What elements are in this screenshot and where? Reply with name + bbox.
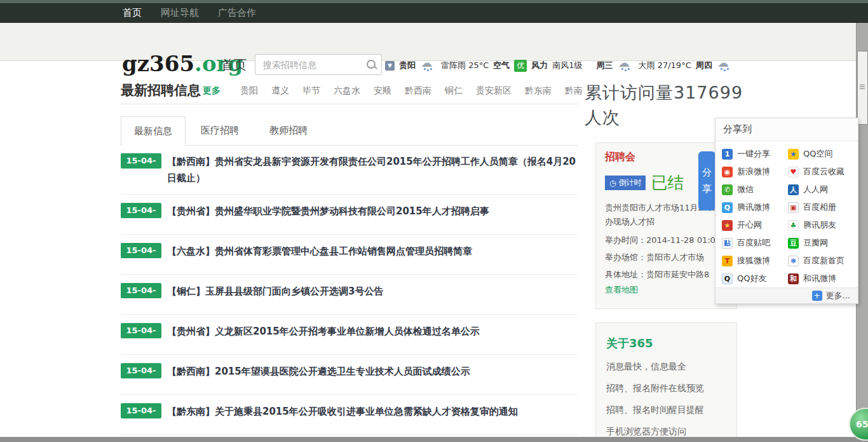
countdown-badge: ◷倒计时 xyxy=(605,176,646,190)
sohu-weibo-icon: T xyxy=(722,256,733,266)
job-date-badge: 15-04-02 xyxy=(121,323,161,338)
share-item-baidu-album[interactable]: ▣百度相册 xyxy=(788,198,854,216)
weather-city[interactable]: 贵阳 xyxy=(399,60,416,71)
wednesday-label: 周三 xyxy=(597,60,613,71)
city-link-5[interactable]: 黔西南 xyxy=(405,85,431,97)
share-item-label: QQ好友 xyxy=(737,273,766,284)
site-header: gz365.org 首页 ▼ 贵阳 ☁ 雷阵雨 25°C 空气 优 风力 南风1… xyxy=(0,23,868,61)
job-title[interactable]: 【黔西南】贵州省安龙县新宇资源开发有限责任公司2015年公开招聘工作人员简章（报… xyxy=(167,153,578,186)
search-input[interactable] xyxy=(262,57,366,73)
city-link-1[interactable]: 遵义 xyxy=(271,85,289,97)
city-link-2[interactable]: 毕节 xyxy=(302,85,320,97)
kaixin-icon: ★ xyxy=(722,220,733,231)
share-item-label: 腾讯微博 xyxy=(737,202,770,213)
share-item-baidu-new-home[interactable]: ❋百度新首页 xyxy=(788,252,854,270)
share-button-char: 享 xyxy=(702,183,712,195)
job-list-item[interactable]: 15-04-02【黔西南】2015年望谟县医院公开遴选卫生专业技术人员面试成绩公… xyxy=(121,355,578,395)
city-link-3[interactable]: 六盘水 xyxy=(334,85,360,97)
section-title: 最新招聘信息 xyxy=(121,81,201,99)
logo-main: gz365 xyxy=(122,51,194,76)
fair-address: 具体地址：贵阳市延安中路8 xyxy=(605,269,728,280)
city-link-7[interactable]: 贵安新区 xyxy=(476,85,512,97)
city-link-0[interactable]: 贵阳 xyxy=(240,85,258,97)
share-panel: 分享到 1一键分享★QQ空间◉新浪微博♥百度云收藏✆微信人人人网Q腾讯微博▣百度… xyxy=(715,118,858,304)
weather-today: 雷阵雨 25°C xyxy=(441,60,489,71)
job-title[interactable]: 【贵州省】义龙新区2015年公开招考事业单位新增人员体检通过名单公示 xyxy=(167,323,480,340)
share-item-tencent-friends[interactable]: ♣腾讯朋友 xyxy=(788,216,854,234)
job-title[interactable]: 【六盘水】贵州省体育彩票管理中心盘县工作站销售网点管理员招聘简章 xyxy=(167,243,472,259)
about-line-2: 招聘、报名时间醒目提醒 xyxy=(606,404,726,416)
share-item-label: 微信 xyxy=(737,184,754,195)
share-item-label: 百度云收藏 xyxy=(803,166,844,177)
share-item-qq-friends[interactable]: QQQ好友 xyxy=(722,270,788,287)
baidu-new-home-icon: ❋ xyxy=(788,256,799,266)
tab-2[interactable]: 教师招聘 xyxy=(254,116,323,146)
tab-1[interactable]: 医疗招聘 xyxy=(186,116,254,146)
rain-cloud-icon: ☁ xyxy=(420,59,437,73)
city-link-8[interactable]: 黔东南 xyxy=(525,85,552,97)
tab-0[interactable]: 最新信息 xyxy=(121,116,186,146)
share-item-one-click-share[interactable]: 1一键分享 xyxy=(722,145,788,163)
city-link-9[interactable]: 黔南 xyxy=(565,85,583,97)
job-title[interactable]: 【黔西南】2015年望谟县医院公开遴选卫生专业技术人员面试成绩公示 xyxy=(167,363,470,380)
job-list-item[interactable]: 15-04-04【黔西南】贵州省安龙县新宇资源开发有限责任公司2015年公开招聘… xyxy=(121,145,578,195)
wednesday-forecast: 大雨 27/19°C xyxy=(639,60,691,71)
share-button-char: 分 xyxy=(702,167,712,179)
job-date-badge: 15-04-02 xyxy=(121,363,161,378)
one-click-share-icon: 1 xyxy=(722,149,733,160)
job-date-badge: 15-04-04 xyxy=(121,203,161,218)
share-item-wechat[interactable]: ✆微信 xyxy=(722,181,788,198)
share-item-label: 一键分享 xyxy=(737,148,770,160)
baidu-cloud-fav-icon: ♥ xyxy=(788,167,799,177)
sina-weibo-icon: ◉ xyxy=(722,167,733,177)
share-button[interactable]: 分享 xyxy=(698,151,715,211)
share-more-link[interactable]: 更多... xyxy=(826,290,850,301)
job-title[interactable]: 【铜仁】玉屏县县级部门面向乡镇公开选调3号公告 xyxy=(167,283,383,300)
share-item-label: 豆瓣网 xyxy=(803,237,828,249)
header-home-link[interactable]: 首页 xyxy=(221,57,247,74)
share-item-baidu-cloud-fav[interactable]: ♥百度云收藏 xyxy=(788,163,854,181)
page: 首页网址导航广告合作 gz365.org 首页 ▼ 贵阳 ☁ 雷阵雨 25°C … xyxy=(0,0,868,442)
view-map-link[interactable]: 查看地图 xyxy=(605,284,728,296)
city-links: 贵阳遵义毕节六盘水安顺黔西南铜仁贵安新区黔东南黔南 xyxy=(240,85,583,97)
fair-venue: 举办场馆：贵阳市人才市场 xyxy=(605,252,728,263)
job-list-item[interactable]: 15-04-04【贵州省】贵州盛华职业学院暨贵州梦动科技有限公司2015年人才招… xyxy=(121,195,578,235)
job-list-item[interactable]: 15-04-02【铜仁】玉屏县县级部门面向乡镇公开选调3号公告 xyxy=(121,275,578,315)
job-list-item[interactable]: 15-04-03【六盘水】贵州省体育彩票管理中心盘县工作站销售网点管理员招聘简章 xyxy=(121,235,578,275)
share-item-renren[interactable]: 人人人网 xyxy=(788,181,854,198)
nav-item-2[interactable]: 广告合作 xyxy=(218,3,256,23)
more-link[interactable]: 更多 xyxy=(203,85,220,97)
tencent-weibo-icon: Q xyxy=(722,202,733,213)
douban-icon: 豆 xyxy=(788,238,799,249)
scrollbar-thumb[interactable] xyxy=(857,51,868,125)
bottom-window-bar xyxy=(0,437,868,442)
float-badge-text: 65 xyxy=(856,419,868,429)
job-list-item[interactable]: 15-04-02【贵州省】义龙新区2015年公开招考事业单位新增人员体检通过名单… xyxy=(121,315,578,355)
job-list-item[interactable]: 15-04-02【黔东南】关于施秉县2015年公开吸收引进事业单位急需紧缺人才资… xyxy=(121,395,578,435)
share-item-sohu-weibo[interactable]: T搜狐微博 xyxy=(722,252,788,270)
share-item-sina-weibo[interactable]: ◉新浪微博 xyxy=(722,163,788,181)
rain-cloud-icon: ☁ xyxy=(618,59,634,73)
share-item-baidu-tieba[interactable]: 贴百度贴吧 xyxy=(722,234,788,252)
about-title: 关于365 xyxy=(606,336,726,351)
share-item-qzone[interactable]: ★QQ空间 xyxy=(788,145,854,163)
qzone-icon: ★ xyxy=(788,149,799,160)
city-link-6[interactable]: 铜仁 xyxy=(445,85,463,97)
about-lines: 消息最快，信息最全招聘、报名附件在线预览招聘、报名时间醒目提醒手机浏览器方便访问… xyxy=(606,361,726,442)
city-link-4[interactable]: 安顺 xyxy=(374,85,391,97)
share-item-label: 百度相册 xyxy=(803,202,836,213)
city-dropdown-icon[interactable]: ▼ xyxy=(385,61,395,71)
search-icon[interactable] xyxy=(367,60,376,69)
job-title[interactable]: 【黔东南】关于施秉县2015年公开吸收引进事业单位急需紧缺人才资格复审的通知 xyxy=(167,403,518,420)
floating-site-badge[interactable]: 65 xyxy=(849,408,868,441)
rain-cloud-icon: ☁ xyxy=(717,59,733,73)
share-item-tencent-weibo[interactable]: Q腾讯微博 xyxy=(722,198,788,216)
nav-item-1[interactable]: 网址导航 xyxy=(161,3,199,23)
nav-item-0[interactable]: 首页 xyxy=(123,3,142,23)
wind-value: 南风1级 xyxy=(552,60,582,71)
share-item-douban[interactable]: 豆豆瓣网 xyxy=(788,234,854,252)
share-item-kaixin[interactable]: ★开心网 xyxy=(722,216,788,234)
share-item-hexun-weibo[interactable]: 和和讯微博 xyxy=(788,270,854,287)
renren-icon: 人 xyxy=(788,184,799,195)
job-title[interactable]: 【贵州省】贵州盛华职业学院暨贵州梦动科技有限公司2015年人才招聘启事 xyxy=(167,203,489,219)
